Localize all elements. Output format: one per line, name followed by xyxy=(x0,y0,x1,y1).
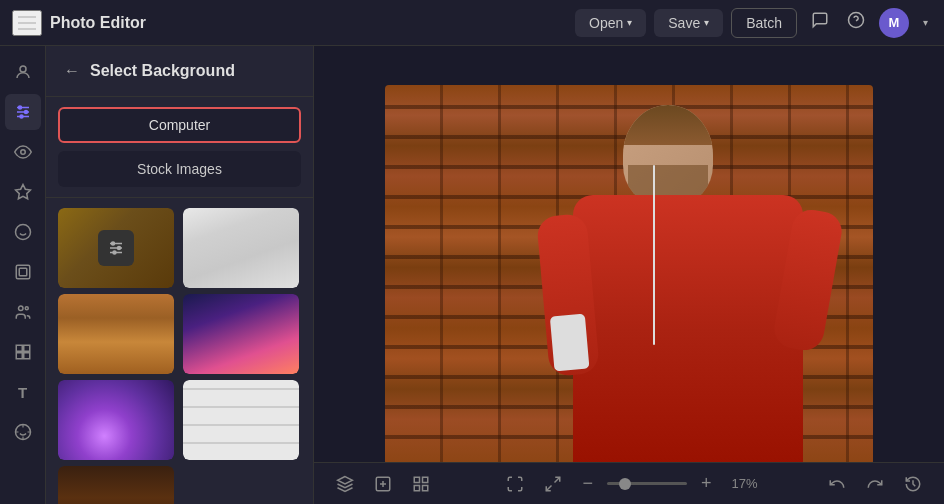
svg-marker-10 xyxy=(15,185,30,199)
svg-point-11 xyxy=(15,225,30,240)
thumbnail-bokeh[interactable] xyxy=(58,380,174,460)
svg-line-36 xyxy=(547,485,552,490)
tab-stock-images[interactable]: Stock Images xyxy=(58,151,301,187)
svg-rect-18 xyxy=(16,345,22,351)
tool-people[interactable] xyxy=(5,294,41,330)
svg-rect-32 xyxy=(423,477,428,482)
back-button[interactable]: ← xyxy=(62,60,82,82)
tab-computer[interactable]: Computer xyxy=(58,107,301,143)
svg-rect-21 xyxy=(23,353,29,359)
tool-objects[interactable] xyxy=(5,334,41,370)
svg-rect-14 xyxy=(16,265,30,279)
tool-stickers[interactable] xyxy=(5,414,41,450)
svg-rect-19 xyxy=(23,345,29,351)
svg-point-16 xyxy=(18,306,23,311)
bottom-toolbar: − + 17% xyxy=(314,462,944,504)
svg-rect-15 xyxy=(19,268,27,276)
svg-rect-31 xyxy=(414,477,419,482)
zoom-in-button[interactable]: + xyxy=(695,469,718,498)
svg-marker-29 xyxy=(338,476,353,484)
svg-point-28 xyxy=(113,251,116,254)
zoom-out-button[interactable]: − xyxy=(576,469,599,498)
svg-line-35 xyxy=(555,477,560,482)
header-center: Open Save Batch xyxy=(575,8,797,38)
canvas-area: − + 17% xyxy=(314,46,944,504)
tool-eye[interactable] xyxy=(5,134,41,170)
tool-sidebar: T xyxy=(0,46,46,504)
thumbnail-gradient[interactable] xyxy=(183,294,299,374)
bottom-toolbar-right xyxy=(822,471,928,497)
grid-button[interactable] xyxy=(406,471,436,497)
menu-button[interactable] xyxy=(12,10,42,36)
undo-button[interactable] xyxy=(822,471,852,497)
open-button[interactable]: Open xyxy=(575,9,646,37)
svg-point-6 xyxy=(18,106,21,109)
svg-point-7 xyxy=(24,111,27,114)
panel-header: ← Select Background xyxy=(46,46,313,97)
zoom-slider[interactable] xyxy=(607,482,687,485)
svg-point-17 xyxy=(25,307,28,310)
header: Photo Editor Open Save Batch M ▾ xyxy=(0,0,944,46)
svg-point-8 xyxy=(20,115,23,118)
fit-button[interactable] xyxy=(500,471,530,497)
svg-rect-33 xyxy=(414,485,419,490)
panel-tabs: Computer Stock Images xyxy=(46,97,313,198)
svg-rect-20 xyxy=(16,353,22,359)
layers-button[interactable] xyxy=(330,471,360,497)
thumbnail-dark-wood[interactable] xyxy=(58,466,174,504)
thumbnail-dark-pattern[interactable] xyxy=(58,208,174,288)
redo-button[interactable] xyxy=(860,471,890,497)
add-frame-button[interactable] xyxy=(368,471,398,497)
crop-fit-button[interactable] xyxy=(538,471,568,497)
panel-title: Select Background xyxy=(90,62,235,80)
tool-magic[interactable] xyxy=(5,174,41,210)
header-right: M ▾ xyxy=(807,7,932,38)
thumbnail-white-brick[interactable] xyxy=(183,380,299,460)
canvas-image xyxy=(385,85,873,465)
tool-effects[interactable] xyxy=(5,214,41,250)
svg-rect-34 xyxy=(423,485,428,490)
app-title: Photo Editor xyxy=(50,14,146,32)
tool-adjust[interactable] xyxy=(5,94,41,130)
tool-frames[interactable] xyxy=(5,254,41,290)
background-panel: ← Select Background Computer Stock Image… xyxy=(46,46,314,504)
zoom-level: 17% xyxy=(726,476,758,491)
help-button[interactable] xyxy=(843,7,869,38)
bottom-toolbar-center: − + 17% xyxy=(500,469,757,498)
avatar[interactable]: M xyxy=(879,8,909,38)
save-button[interactable]: Save xyxy=(654,9,723,37)
main-layout: T ← Select Background Computer Stock Ima… xyxy=(0,46,944,504)
history-button[interactable] xyxy=(898,471,928,497)
thumbnail-wood[interactable] xyxy=(58,294,174,374)
header-left: Photo Editor xyxy=(12,10,565,36)
svg-point-2 xyxy=(20,66,26,72)
tool-text[interactable]: T xyxy=(5,374,41,410)
chat-button[interactable] xyxy=(807,7,833,38)
bottom-toolbar-left xyxy=(330,471,436,497)
svg-point-9 xyxy=(20,150,25,155)
tool-profile[interactable] xyxy=(5,54,41,90)
svg-point-27 xyxy=(118,247,121,250)
batch-button[interactable]: Batch xyxy=(731,8,797,38)
svg-point-26 xyxy=(112,242,115,245)
avatar-dropdown-btn[interactable]: ▾ xyxy=(919,13,932,32)
thumbnail-grid xyxy=(46,198,313,504)
thumbnail-marble[interactable] xyxy=(183,208,299,288)
